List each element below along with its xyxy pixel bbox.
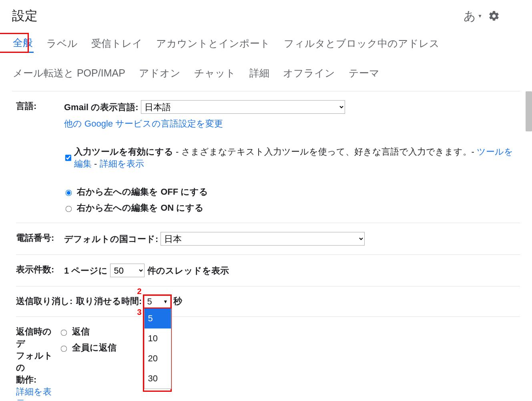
undo-send-select-value: 5 [147, 296, 152, 307]
section-label-language: 言語: [16, 100, 64, 112]
section-undo-send: 送信取り消し: 取り消せる時間: 5 ▼ 5102030 2 3 [16, 286, 520, 317]
tab-addons[interactable]: アドオン [138, 64, 181, 82]
page-size-prefix: 1 ページに [64, 266, 108, 276]
section-label-reply-default-l2: フォルトの [16, 350, 59, 374]
input-tool-indicator-label: あ [464, 8, 476, 24]
settings-content: 言語: Gmail の表示言語: 日本語 他の Google サービスの言語設定… [0, 91, 532, 401]
tab-chat[interactable]: チャット [193, 64, 237, 82]
undo-send-option-20[interactable]: 20 [145, 349, 171, 369]
page-title: 設定 [12, 7, 38, 25]
tab-labels[interactable]: ラベル [46, 34, 78, 52]
section-reply-default: 返信時のデ フォルトの 動作: 詳細を表示 返信 全員に返信 [16, 317, 520, 401]
display-language-label: Gmail の表示言語: [64, 102, 139, 112]
rtl-off-radio[interactable] [66, 190, 72, 196]
undo-send-dropdown: 5102030 [144, 308, 171, 389]
annotation-number-3: 3 [137, 308, 141, 317]
input-tool-button[interactable]: あ ▼ [464, 8, 482, 24]
rtl-on-label: 右から左への編集を ON にする [77, 203, 204, 213]
section-language: 言語: Gmail の表示言語: 日本語 他の Google サービスの言語設定… [16, 91, 520, 223]
rtl-off-label: 右から左への編集を OFF にする [77, 187, 208, 197]
undo-send-option-10[interactable]: 10 [145, 328, 171, 349]
undo-send-select[interactable]: 5 ▼ [144, 296, 171, 308]
display-language-select[interactable]: 日本語 [141, 100, 345, 114]
input-tools-details-link[interactable]: 詳細を表示 [100, 159, 144, 169]
annotation-number-2: 2 [137, 287, 141, 296]
tab-accounts[interactable]: アカウントとインポート [155, 34, 271, 52]
undo-send-inline-label: 取り消せる時間: [76, 296, 142, 306]
settings-tabs: 全般ラベル受信トレイアカウントとインポートフィルタとブロック中のアドレスメール転… [0, 34, 532, 91]
tab-pop[interactable]: メール転送と POP/IMAP [12, 64, 126, 82]
tab-advanced[interactable]: 詳細 [249, 64, 270, 82]
rtl-on-option[interactable]: 右から左への編集を ON にする [64, 203, 204, 213]
reply-default-details-link[interactable]: 詳細を表示 [16, 387, 52, 401]
reply-option[interactable]: 返信 [59, 326, 90, 337]
reply-all-radio[interactable] [61, 346, 67, 352]
scrollbar-thumb[interactable] [526, 91, 532, 131]
section-page-size: 表示件数: 1 ページに 50 件のスレッドを表示 [16, 255, 520, 286]
reply-radio[interactable] [61, 330, 67, 336]
gear-icon[interactable] [488, 10, 500, 22]
other-google-languages-link[interactable]: 他の Google サービスの言語設定を変更 [64, 119, 223, 129]
chevron-down-icon: ▼ [478, 13, 482, 19]
chevron-down-icon: ▼ [163, 299, 168, 304]
section-label-page-size: 表示件数: [16, 264, 64, 276]
reply-all-label: 全員に返信 [72, 343, 116, 353]
undo-send-option-30[interactable]: 30 [145, 369, 171, 389]
enable-input-tools-desc: - さまざまなテキスト入力ツールを使って、好きな言語で入力できます。- [173, 147, 477, 157]
rtl-off-option[interactable]: 右から左への編集を OFF にする [64, 187, 208, 197]
enable-input-tools-checkbox[interactable] [65, 145, 72, 171]
reply-all-option[interactable]: 全員に返信 [59, 343, 116, 353]
reply-label: 返信 [72, 326, 90, 337]
undo-send-option-5[interactable]: 5 [145, 308, 171, 328]
section-label-phone: 電話番号: [16, 232, 64, 244]
undo-send-unit: 秒 [173, 296, 182, 306]
rtl-on-radio[interactable] [66, 206, 72, 212]
page-size-select[interactable]: 50 [110, 264, 145, 277]
tab-filters[interactable]: フィルタとブロック中のアドレス [283, 34, 440, 52]
enable-input-tools-label: 入力ツールを有効にする [74, 147, 173, 157]
section-label-reply-default-l3: 動作: [16, 374, 59, 386]
tab-offline[interactable]: オフライン [282, 64, 336, 82]
tab-themes[interactable]: テーマ [348, 64, 380, 82]
section-label-reply-default-l1: 返信時のデ [16, 326, 59, 350]
section-phone: 電話番号: デフォルトの国コード: 日本 [16, 223, 520, 255]
page-size-suffix: 件のスレッドを表示 [147, 266, 229, 276]
default-country-code-select[interactable]: 日本 [161, 232, 365, 246]
tab-general[interactable]: 全般 [12, 34, 34, 53]
default-country-code-label: デフォルトの国コード: [64, 234, 158, 244]
tab-inbox[interactable]: 受信トレイ [90, 34, 143, 52]
section-label-undo-send: 送信取り消し: [16, 296, 72, 306]
header: 設定 あ ▼ [0, 0, 532, 28]
